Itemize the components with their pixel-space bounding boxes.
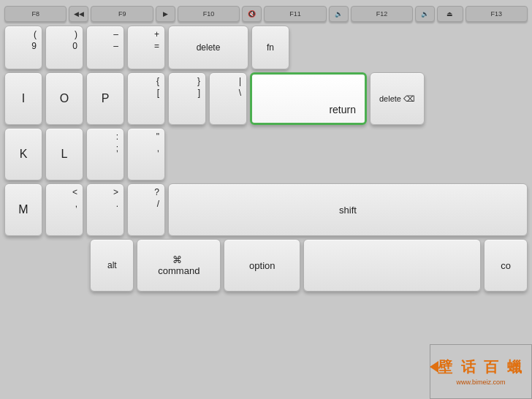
keyboard: F8 ◀◀ F9 ▶ F10 🔇 F11 🔈 F12 🔊 ⏏ F13 ( 9 )…	[0, 0, 532, 399]
key-co[interactable]: co	[484, 239, 528, 292]
key-top-char: "	[156, 132, 159, 142]
key-top-char: {	[156, 76, 159, 86]
alt-label: alt	[107, 260, 117, 270]
key-vol-down[interactable]: 🔈	[329, 6, 349, 22]
key-backslash[interactable]: | \	[209, 72, 247, 125]
m-row: M < , > . ? / shift	[4, 183, 528, 236]
key-delete-backspace[interactable]: delete	[168, 26, 248, 69]
key-0-paren[interactable]: ) 0	[45, 26, 83, 69]
key-bottom-char: ]	[198, 88, 200, 98]
key-bottom-char: /	[157, 199, 159, 209]
key-label: P	[102, 92, 110, 105]
key-k[interactable]: K	[4, 128, 42, 180]
key-comma[interactable]: < ,	[45, 183, 83, 236]
key-bottom-char: =	[154, 41, 159, 51]
key-delete-fwd[interactable]: delete ⌫	[370, 72, 425, 125]
key-o[interactable]: O	[45, 72, 83, 125]
return-key-spacer	[168, 128, 285, 180]
key-fn[interactable]: fn	[251, 26, 289, 69]
key-f10[interactable]: F10	[178, 6, 240, 22]
bottom-spacer-left	[4, 239, 87, 292]
iop-row: I O P { [ } ] | \ return delete ⌫	[4, 72, 528, 125]
key-prev-track[interactable]: ◀◀	[69, 6, 88, 22]
key-eject[interactable]: ⏏	[437, 6, 463, 22]
key-equals[interactable]: + =	[127, 26, 165, 69]
key-bottom-char: \	[239, 88, 241, 98]
key-command[interactable]: ⌘ command	[137, 239, 221, 292]
command-icon: ⌘	[172, 254, 182, 265]
key-f11[interactable]: F11	[264, 6, 326, 22]
key-minus[interactable]: – –	[86, 26, 124, 69]
key-space[interactable]	[303, 239, 481, 292]
key-m[interactable]: M	[4, 183, 42, 236]
key-vol-up[interactable]: 🔊	[415, 6, 435, 22]
key-l[interactable]: L	[45, 128, 83, 180]
key-top-char: (	[34, 29, 37, 39]
key-top-char: |	[239, 76, 241, 86]
number-row: ( 9 ) 0 – – + = delete fn	[4, 26, 528, 69]
key-quote[interactable]: " ,	[127, 128, 165, 180]
key-bottom-char: ,	[157, 143, 159, 153]
key-top-char: :	[116, 132, 118, 142]
key-9-paren[interactable]: ( 9	[4, 26, 42, 69]
key-return[interactable]: return	[250, 72, 367, 125]
command-label: command	[158, 265, 200, 276]
kl-row: K L : ; " ,	[4, 128, 528, 180]
key-alt[interactable]: alt	[90, 239, 134, 292]
co-label: co	[501, 260, 511, 271]
key-semicolon[interactable]: : ;	[86, 128, 124, 180]
key-bottom-char: 0	[72, 41, 77, 51]
key-top-char: ?	[154, 187, 159, 197]
key-bottom-char: 9	[31, 41, 37, 51]
key-i[interactable]: I	[4, 72, 42, 125]
key-label: O	[60, 92, 69, 105]
key-label: M	[18, 203, 28, 216]
key-bottom-char: ,	[75, 199, 77, 209]
delete-fwd-label: delete ⌫	[379, 94, 415, 104]
watermark-arrow	[430, 361, 438, 373]
watermark: 壁 话 百 蠟 www.bimeiz.com	[430, 344, 532, 399]
key-bottom-char: .	[116, 199, 118, 209]
key-bottom-char: ;	[116, 143, 118, 153]
key-mute[interactable]: 🔇	[242, 6, 262, 22]
key-top-char: +	[154, 29, 159, 39]
key-label: K	[20, 148, 28, 161]
delete-label: delete	[197, 42, 221, 53]
watermark-url: www.bimeiz.com	[456, 379, 505, 386]
key-top-char: }	[197, 76, 200, 86]
key-top-char: <	[72, 187, 77, 197]
key-bracket-right[interactable]: } ]	[168, 72, 206, 125]
bottom-row: alt ⌘ command option co	[4, 239, 528, 292]
key-bracket-left[interactable]: { [	[127, 72, 165, 125]
key-label: I	[22, 92, 25, 105]
key-label: L	[61, 148, 68, 161]
option-label: option	[249, 260, 275, 271]
key-top-char: –	[113, 29, 118, 39]
key-period[interactable]: > .	[86, 183, 124, 236]
key-f9[interactable]: F9	[91, 6, 153, 22]
key-f8[interactable]: F8	[4, 6, 66, 22]
key-top-char: )	[75, 29, 77, 39]
key-shift-right[interactable]: shift	[168, 183, 528, 236]
key-option[interactable]: option	[224, 239, 300, 292]
return-label: return	[329, 104, 356, 115]
shift-label: shift	[339, 205, 357, 216]
fn-label: fn	[267, 42, 274, 53]
key-p[interactable]: P	[86, 72, 124, 125]
key-bottom-char: –	[113, 41, 118, 51]
key-top-char: >	[113, 187, 118, 197]
key-f12[interactable]: F12	[351, 6, 413, 22]
key-f13[interactable]: F13	[466, 6, 528, 22]
key-slash[interactable]: ? /	[127, 183, 165, 236]
key-bottom-char: [	[157, 88, 159, 98]
watermark-chinese: 壁 话 百 蠟	[438, 357, 524, 377]
fn-row: F8 ◀◀ F9 ▶ F10 🔇 F11 🔈 F12 🔊 ⏏ F13	[4, 6, 528, 22]
key-play[interactable]: ▶	[156, 6, 175, 22]
